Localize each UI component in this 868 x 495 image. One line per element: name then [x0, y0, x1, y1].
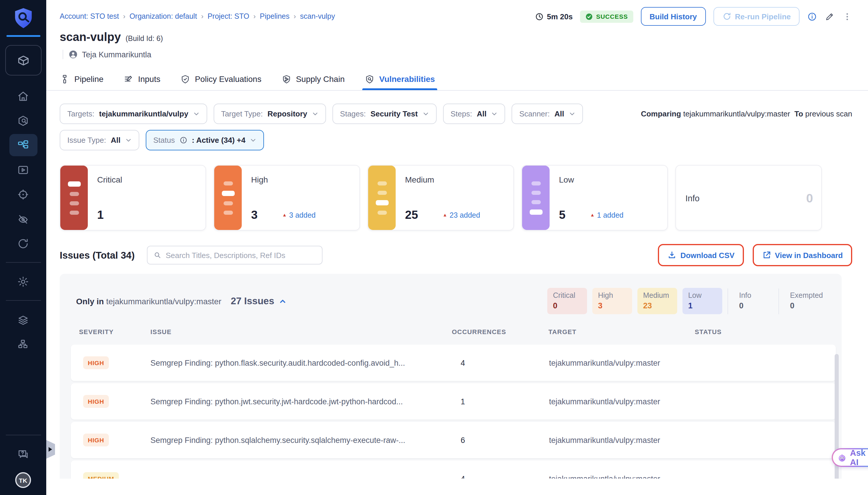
sidebar-item-home[interactable]	[9, 84, 37, 108]
chevron-down-icon	[193, 110, 199, 117]
issue-occurrences: 4	[453, 358, 549, 367]
chip-critical[interactable]: Critical0	[547, 288, 587, 314]
module-selector[interactable]	[5, 45, 41, 75]
sidebar-item-exemptions[interactable]	[9, 207, 37, 231]
chip-medium[interactable]: Medium23	[637, 288, 677, 314]
sidebar-item-default-settings[interactable]	[9, 307, 37, 332]
filter-value: Repository	[268, 109, 307, 118]
breadcrumb-item[interactable]: Organization: default	[129, 12, 197, 20]
triggered-by-user: Teja Kummarikuntla	[63, 50, 852, 59]
sidebar-item-settings[interactable]	[9, 269, 37, 294]
breadcrumb-item[interactable]: Pipelines	[260, 12, 289, 20]
sidebar-item-pipelines[interactable]	[9, 134, 37, 156]
pipeline-info-icon[interactable]	[807, 12, 817, 21]
tab-policy-evaluations[interactable]: Policy Evaluations	[180, 68, 261, 90]
issue-title: Semgrep Finding: python.sqlalchemy.secur…	[150, 436, 453, 444]
filter-steps[interactable]: Steps:All	[443, 104, 505, 124]
rerun-pipeline-button[interactable]: Re-run Pipeline	[713, 7, 800, 26]
issues-panel: Only in tejakummarikuntla/vulpy:master 2…	[60, 274, 842, 479]
filter-label: Issue Type:	[67, 136, 106, 144]
issue-row[interactable]: HIGHSemgrep Finding: python.jwt.security…	[71, 383, 836, 420]
executions-icon	[17, 164, 29, 176]
build-id: (Build Id: 6)	[125, 35, 163, 43]
chip-info[interactable]: Info0	[733, 288, 773, 314]
search-icon	[153, 251, 161, 259]
sidebar-item-executions[interactable]	[9, 157, 37, 182]
ask-ai-button[interactable]: Ask AI	[832, 448, 868, 467]
issues-search[interactable]	[147, 246, 323, 264]
filter-label: Steps:	[450, 109, 472, 118]
download-csv-button[interactable]: Download CSV	[658, 244, 744, 266]
severity-card-info[interactable]: Info0	[676, 165, 822, 231]
kebab-menu-icon[interactable]	[842, 12, 852, 21]
card-added: ▲1 added	[590, 211, 623, 219]
issue-row[interactable]: HIGHSemgrep Finding: python.flask.securi…	[71, 345, 836, 381]
sidebar-item-targets[interactable]	[9, 182, 37, 207]
chip-exempted[interactable]: Exempted0	[784, 288, 829, 314]
tab-inputs[interactable]: Inputs	[123, 68, 160, 90]
tab-vulnerabilities[interactable]: Vulnerabilities	[365, 68, 435, 90]
info-small-icon	[180, 136, 187, 144]
inputs-icon	[123, 74, 134, 84]
build-history-button[interactable]: Build History	[641, 7, 705, 26]
search-input[interactable]	[166, 251, 316, 259]
issue-row[interactable]: HIGHSemgrep Finding: python.sqlalchemy.s…	[71, 422, 836, 458]
severity-gauge	[214, 166, 242, 230]
issue-row[interactable]: MEDIUM4tejakummarikuntla/vulpy:master	[71, 460, 836, 479]
column-header-issue: ISSUE	[150, 328, 452, 335]
help-chat-icon	[17, 448, 29, 460]
sidebar-nav-group	[0, 84, 46, 256]
chip-label: Exempted	[790, 291, 823, 300]
filter-scanner[interactable]: Scanner:All	[512, 104, 583, 124]
user-avatar[interactable]: TK	[15, 472, 31, 488]
chevron-down-icon	[312, 110, 319, 117]
filter-targets[interactable]: Targets:tejakummarikuntla/vulpy	[60, 104, 207, 124]
issues-count-toggle[interactable]: 27 Issues	[231, 295, 287, 307]
chip-label: Info	[739, 291, 767, 300]
breadcrumb-item[interactable]: Project: STO	[207, 12, 249, 20]
edit-pipeline-icon[interactable]	[825, 12, 835, 21]
tab-supply-chain[interactable]: Supply Chain	[281, 68, 345, 90]
breadcrumb-item[interactable]: scan-vulpy	[300, 12, 335, 20]
table-header: SEVERITYISSUEOCCURRENCESTARGETSTATUS	[60, 328, 842, 335]
sidebar-item-scans[interactable]	[9, 108, 37, 133]
external-link-icon	[762, 251, 771, 260]
chip-low[interactable]: Low1	[682, 288, 722, 314]
pipeline-icon	[60, 74, 70, 84]
card-count: 25	[405, 208, 418, 222]
severity-badge: HIGH	[83, 433, 109, 446]
ai-mascot-icon	[837, 451, 847, 464]
tab-label: Supply Chain	[296, 74, 345, 84]
severity-card-low[interactable]: Low5▲1 added	[522, 165, 668, 231]
tab-label: Policy Evaluations	[195, 74, 261, 84]
severity-card-high[interactable]: High3▲3 added	[214, 165, 360, 231]
view-in-dashboard-button[interactable]: View in Dashboard	[753, 244, 852, 266]
filter-target-type[interactable]: Target Type:Repository	[213, 104, 326, 124]
issue-target: tejakummarikuntla/vulpy:master	[549, 397, 695, 406]
sidebar-item-help[interactable]	[9, 442, 37, 466]
settings-icon	[17, 275, 29, 288]
severity-badge: MEDIUM	[83, 472, 119, 479]
filter-issue-type[interactable]: Issue Type:All	[60, 130, 139, 150]
severity-card-critical[interactable]: Critical1	[60, 165, 206, 231]
chip-label: Low	[688, 291, 716, 300]
breadcrumb-separator: ›	[293, 12, 296, 20]
sidebar-nav-group	[0, 307, 46, 356]
column-header-occurrences: OCCURRENCES	[452, 328, 548, 335]
card-count: 1	[97, 208, 104, 222]
breadcrumb-item[interactable]: Account: STO test	[60, 12, 119, 20]
severity-card-medium[interactable]: Medium25▲23 added	[368, 165, 514, 231]
sto-shield-logo[interactable]	[12, 7, 34, 30]
severity-gauge	[368, 166, 396, 230]
filter-stages[interactable]: Stages:Security Test	[333, 104, 437, 124]
user-icon	[68, 50, 78, 59]
sidebar-item-getting-started[interactable]	[9, 231, 37, 256]
tab-pipeline[interactable]: Pipeline	[60, 68, 104, 90]
pipelines-icon	[17, 139, 29, 151]
filter-status[interactable]: Status: Active (34) +4	[146, 130, 264, 150]
sidebar-item-organization[interactable]	[9, 332, 37, 356]
triangle-up-icon: ▲	[282, 212, 287, 218]
policy-icon	[180, 74, 190, 84]
chip-count: 0	[790, 301, 823, 310]
chip-high[interactable]: High3	[592, 288, 632, 314]
